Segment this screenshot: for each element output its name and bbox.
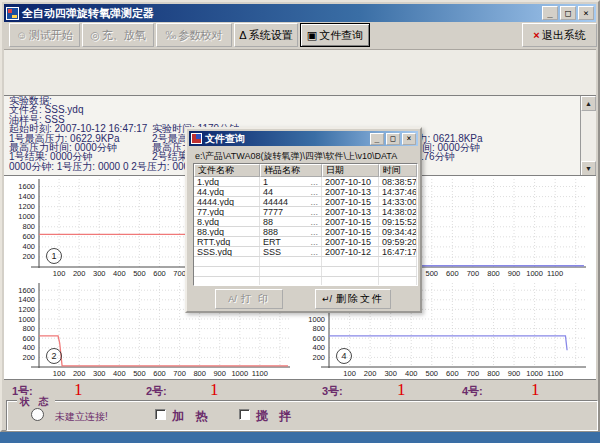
table-cell: 88... [260,217,322,226]
bell-settings-icon: Δ [239,29,246,41]
table-cell: 88.ydq [194,227,260,236]
table-cell [260,257,322,266]
svg-text:200: 200 [364,369,377,378]
table-cell: 1... [260,177,322,186]
svg-text:800: 800 [193,369,206,378]
svg-text:900: 900 [213,369,226,378]
stir-checkbox[interactable] [239,409,250,420]
svg-text:600: 600 [312,334,325,343]
smiley-start-icon: ☺ [16,29,27,41]
table-cell: 2007-10-13 [322,187,379,196]
toolbar: ☺测试开始◎充、放氧‰参数校对Δ系统设置▣文件查询 × 退出系统 [4,22,596,49]
table-cell [194,267,260,276]
table-cell [194,277,260,286]
table-cell [260,277,322,286]
svg-text:400: 400 [113,369,126,378]
table-row[interactable]: 44.ydq44...2007-10-1314:37:46 [194,187,417,197]
table-cell: 16:47:17 [379,247,417,256]
column-header[interactable]: 样品名称 [260,164,322,177]
ellipsis-icon: ... [310,207,318,216]
table-row[interactable]: 8.ydq88...2007-10-1509:15:52 [194,217,417,227]
svg-text:900: 900 [508,369,521,378]
toolbar-button-label: 测试开始 [29,28,73,43]
svg-text:1600: 1600 [18,286,35,295]
table-row[interactable]: 4444.ydq44444...2007-10-1514:33:00 [194,197,417,207]
table-cell: 8.ydq [194,217,260,226]
table-cell [379,277,417,286]
toolbar-button-file-query[interactable]: ▣文件查询 [300,23,370,47]
svg-text:300: 300 [93,369,106,378]
bomb-2-label: 2号: [146,384,167,399]
close-button[interactable]: × [578,6,594,20]
svg-text:600: 600 [446,269,459,278]
toolbar-button-parameter-check[interactable]: ‰参数校对 [156,23,232,47]
table-row[interactable]: 77.ydq7777...2007-10-1314:38:02 [194,207,417,217]
dialog-minimize-button[interactable]: _ [370,133,384,145]
dialog-title-bar[interactable]: 文件查询 _ □ × [189,131,418,146]
data-panel-scrollbar[interactable]: ▲ ▼ [580,96,596,175]
table-cell [260,267,322,276]
maximize-button[interactable]: □ [560,6,576,20]
toolbar-button-smiley-start[interactable]: ☺测试开始 [9,23,80,47]
svg-text:800: 800 [312,324,325,333]
svg-text:1000: 1000 [526,269,543,278]
table-row[interactable]: 1.ydq1...2007-10-1008:38:57 [194,177,417,187]
column-header[interactable]: 日期 [322,164,379,177]
oxygen-valve-icon: ◎ [90,29,100,42]
svg-text:1600: 1600 [18,182,35,191]
svg-text:400: 400 [312,343,325,352]
table-cell: 09:15:52 [379,217,417,226]
ellipsis-icon: ... [310,177,318,186]
table-cell: 2007-10-15 [322,227,379,236]
svg-text:900: 900 [508,269,521,278]
ellipsis-icon: ... [310,227,318,236]
toolbar-button-label: 充、放氧 [102,28,146,43]
table-cell: 2007-10-10 [322,177,379,186]
scroll-down-icon[interactable]: ▼ [581,161,596,175]
svg-text:800: 800 [487,369,500,378]
svg-text:700: 700 [467,369,480,378]
bomb-3-value: 1 [397,380,406,400]
table-cell [322,257,379,266]
dialog-close-button[interactable]: × [402,133,416,145]
data-folder-path: e:\产品\ATWA08(旋转氧弹)\四弹\软件\上\v10\DATA [195,150,397,163]
toolbar-button-label: 文件查询 [319,28,363,43]
bomb-1-value: 1 [74,380,83,400]
toolbar-button-bell-settings[interactable]: Δ系统设置 [234,23,298,47]
svg-text:300: 300 [93,269,106,278]
svg-text:500: 500 [426,269,439,278]
column-header[interactable]: 时间 [379,164,417,177]
svg-text:200: 200 [22,353,35,362]
ellipsis-icon: ... [310,197,318,206]
bomb-4-value: 1 [531,380,540,400]
file-table[interactable]: 文件名称样品名称日期时间 1.ydq1...2007-10-1008:38:57… [193,163,418,286]
exit-system-button[interactable]: × 退出系统 [522,23,597,47]
status-legend: 状 态 [17,395,55,409]
bomb-3-label: 3号: [322,384,343,399]
svg-text:1000: 1000 [18,212,35,221]
table-cell: ERT... [260,237,322,246]
svg-text:500: 500 [133,369,146,378]
table-cell: 09:34:42 [379,227,417,236]
dialog-maximize-button[interactable]: □ [386,133,400,145]
blank-panel [4,49,596,95]
table-cell [379,257,417,266]
status-groupbox: 状 态 未建立连接! 加 热 搅 拌 [6,400,598,431]
table-row[interactable]: 88.ydq888...2007-10-1509:34:42 [194,227,417,237]
print-button[interactable]: A/ 打 印 [215,289,283,309]
column-header[interactable]: 文件名称 [194,164,260,177]
heat-checkbox[interactable] [155,409,166,420]
table-row[interactable]: RTT.ydqERT...2007-10-1509:59:20 [194,237,417,247]
minimize-button[interactable]: _ [542,6,558,20]
toolbar-button-label: 系统设置 [249,28,293,43]
title-bar[interactable]: 全自动四弹旋转氧弹测定器 _ □ × [4,4,596,22]
table-row[interactable]: SSS.ydqSSS...2007-10-1216:47:17 [194,247,417,257]
scroll-up-icon[interactable]: ▲ [581,96,596,111]
ellipsis-icon: ... [310,247,318,256]
delete-file-button[interactable]: ↵/ 删除文件 [315,289,391,309]
toolbar-button-oxygen-valve[interactable]: ◎充、放氧 [82,23,154,47]
bomb-4-label: 4号: [462,384,483,399]
printer-icon: A/ [228,294,237,304]
delete-file-label: 删除文件 [336,292,384,306]
svg-text:1200: 1200 [18,202,35,211]
